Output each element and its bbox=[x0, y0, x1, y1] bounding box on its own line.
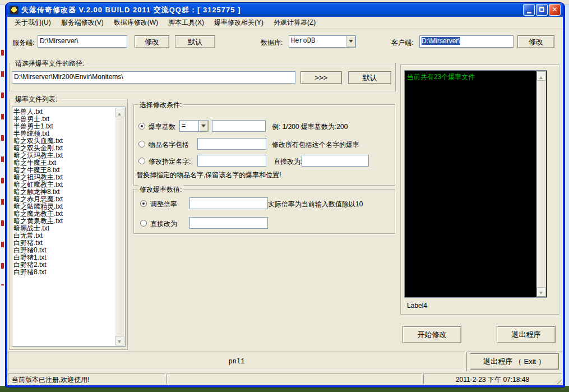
minimize-icon bbox=[527, 12, 531, 13]
client-path-input[interactable]: D:\Mirserver\ bbox=[419, 35, 514, 48]
files-groupbox-title: 爆率文件列表: bbox=[13, 95, 59, 104]
rename-to-input[interactable] bbox=[302, 155, 369, 167]
chevron-down-icon[interactable] bbox=[346, 36, 355, 47]
condition-groupbox-title: 选择修改条件: bbox=[138, 100, 183, 110]
selected-text: D:\Mirserver\ bbox=[422, 37, 460, 45]
menu-about[interactable]: 关于我们(U) bbox=[10, 17, 56, 29]
file-list-scrollbar[interactable] bbox=[115, 108, 124, 345]
start-modify-button[interactable]: 开始修改 bbox=[403, 326, 461, 343]
base-rate-op-select[interactable]: = bbox=[179, 120, 209, 132]
scroll-down-icon[interactable] bbox=[536, 287, 546, 297]
status-datetime: 2011-2-23 下午 07:18:48 bbox=[423, 373, 562, 384]
multiplier-radio[interactable] bbox=[140, 200, 147, 207]
exit-panel: 退出程序 （ Exit ） bbox=[466, 352, 562, 371]
label4: Label4 bbox=[407, 302, 427, 310]
name-contains-label: 物品名字包括 bbox=[149, 140, 189, 150]
base-rate-op-value: = bbox=[182, 122, 186, 130]
base-rate-hint: 例: 1/200 爆率基数为:200 bbox=[272, 122, 348, 132]
rename-input[interactable] bbox=[197, 155, 266, 167]
background-window-right-edge bbox=[564, 5, 569, 387]
status-bar: 当前版本已注册,欢迎使用! 2011-2-23 下午 07:18:48 bbox=[7, 372, 563, 385]
monitems-path-input[interactable]: D:\Mirserver\Mir200\Envir\Monitems\ bbox=[12, 71, 295, 84]
console-message: 当前共有23个爆率文件 bbox=[407, 72, 475, 82]
server-modify-button[interactable]: 修改 bbox=[135, 35, 169, 48]
rename-radio[interactable] bbox=[138, 158, 145, 164]
browse-button[interactable]: >>> bbox=[300, 71, 342, 84]
multiplier-input[interactable] bbox=[189, 197, 268, 209]
status-empty-cell bbox=[166, 373, 422, 384]
base-rate-radio[interactable] bbox=[138, 123, 145, 130]
list-item[interactable]: 白野猪8.txt bbox=[13, 269, 114, 276]
bottom-panel: pnl1 bbox=[8, 352, 465, 371]
pnl1-label: pnl1 bbox=[229, 358, 245, 366]
path-groupbox-title: 请选择爆率文件的路径: bbox=[13, 59, 86, 68]
maximize-icon bbox=[539, 7, 544, 12]
scroll-up-icon[interactable] bbox=[536, 71, 546, 81]
chevron-down-icon[interactable] bbox=[198, 121, 208, 131]
server-label: 服务端: bbox=[12, 38, 34, 48]
scroll-up-icon[interactable] bbox=[115, 108, 124, 117]
title-bar[interactable]: 失落传奇修改器 V.2.00 BUILD 2011 交流QQ群：[ 312577… bbox=[7, 3, 563, 17]
rename-to-label: 直接改为: bbox=[274, 157, 302, 167]
file-list: 半兽人.txt半兽勇士.txt半兽勇士1.txt半兽统领.txt暗之双头血魔.t… bbox=[13, 108, 114, 345]
database-select[interactable]: HeroDB bbox=[289, 35, 356, 48]
rename-note: 替换掉指定的物品名字,保留该名字的爆率和位置! bbox=[136, 170, 281, 180]
name-contains-radio[interactable] bbox=[138, 141, 145, 147]
name-contains-input[interactable] bbox=[197, 138, 266, 150]
menu-database-modify[interactable]: 数据库修改(W) bbox=[109, 17, 163, 29]
base-rate-label: 爆率基数 bbox=[149, 122, 175, 132]
direct-value-label: 直接改为 bbox=[150, 219, 177, 229]
multiplier-label: 调整倍率 bbox=[150, 200, 177, 209]
menu-droprate-related[interactable]: 爆率修改相关(Y) bbox=[209, 17, 269, 29]
status-message: 当前版本已注册,欢迎使用! bbox=[8, 373, 165, 384]
rename-label: 修改指定名字: bbox=[149, 157, 191, 167]
scroll-down-icon[interactable] bbox=[115, 336, 124, 345]
exit-program-bottom-button[interactable]: 退出程序 （ Exit ） bbox=[470, 353, 559, 370]
output-console[interactable]: 当前共有23个爆率文件 bbox=[404, 70, 547, 298]
client-modify-button[interactable]: 修改 bbox=[517, 35, 554, 48]
direct-value-input[interactable] bbox=[189, 217, 268, 229]
menu-appearance-calculator[interactable]: 外观计算器(Z) bbox=[269, 17, 321, 29]
direct-value-radio[interactable] bbox=[140, 220, 147, 227]
server-default-button[interactable]: 默认 bbox=[175, 35, 215, 48]
menu-bar: 关于我们(U) 服务端修改(V) 数据库修改(W) 脚本工具(X) 爆率修改相关… bbox=[7, 17, 563, 29]
file-listbox[interactable]: 半兽人.txt半兽勇士.txt半兽勇士1.txt半兽统领.txt暗之双头血魔.t… bbox=[12, 107, 126, 347]
base-rate-input[interactable] bbox=[212, 120, 266, 132]
minimize-button[interactable] bbox=[523, 4, 535, 16]
client-area: 服务端: D:\Mirserver\ 修改 默认 数据库: HeroDB 客户端… bbox=[7, 29, 563, 385]
app-icon bbox=[10, 6, 18, 15]
value-groupbox-title: 修改爆率数值: bbox=[138, 185, 183, 195]
server-path-input[interactable]: D:\Mirserver\ bbox=[38, 35, 127, 48]
menu-server-modify[interactable]: 服务端修改(V) bbox=[56, 17, 109, 29]
multiplier-hint: 实际倍率为当前输入数值除以10 bbox=[268, 200, 363, 209]
maximize-button[interactable] bbox=[536, 4, 548, 16]
exit-program-button[interactable]: 退出程序 bbox=[497, 326, 556, 343]
database-label: 数据库: bbox=[261, 38, 283, 48]
app-window: 失落传奇修改器 V.2.00 BUILD 2011 交流QQ群：[ 312577… bbox=[6, 3, 565, 387]
close-button[interactable]: ✕ bbox=[549, 4, 561, 16]
name-contains-hint: 修改所有包括这个名字的爆率 bbox=[272, 140, 359, 150]
console-scrollbar[interactable] bbox=[536, 71, 546, 297]
client-label: 客户端: bbox=[391, 38, 413, 48]
menu-script-tools[interactable]: 脚本工具(X) bbox=[163, 17, 209, 29]
path-default-button[interactable]: 默认 bbox=[348, 71, 391, 84]
window-title: 失落传奇修改器 V.2.00 BUILD 2011 交流QQ群：[ 312577… bbox=[21, 5, 523, 15]
database-selected-value: HeroDB bbox=[291, 37, 315, 45]
